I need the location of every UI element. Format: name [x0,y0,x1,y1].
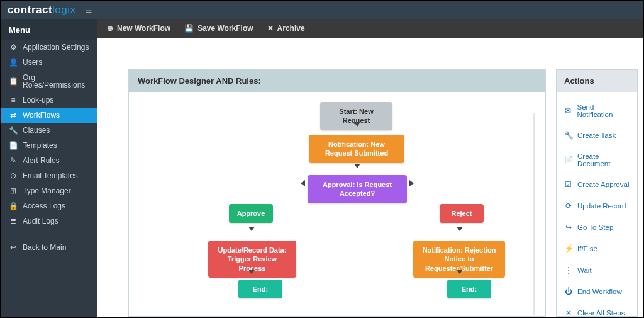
save-icon: 💾 [184,24,194,33]
action-label: If/Else [577,245,597,253]
sidebar-item-templates[interactable]: 📄 Templates [1,138,97,153]
sidebar-item-label: Back to Main [23,244,66,251]
toolbar: ⊕ New WorkFlow 💾 Save WorkFlow ✕ Archive [97,19,643,38]
sidebar-item-users[interactable]: 👤 Users [1,55,97,70]
node-reject[interactable]: Reject [440,204,484,223]
action-label: Go To Step [577,224,613,231]
grid-icon: ⊞ [9,187,18,195]
menu-header: Menu [1,19,97,40]
action-if-else[interactable]: ⚡ If/Else [557,238,637,259]
power-icon: ⏻ [564,287,572,296]
sidebar-item-label: Type Manager [23,187,71,195]
sidebar-item-label: Email Templates [23,172,78,179]
action-end-workflow[interactable]: ⏻ End Workflow [557,281,637,302]
action-wait[interactable]: ⋮ Wait [557,259,637,281]
sidebar-item-label: Org Roles/Permissions [23,74,89,89]
actions-title: Actions [557,70,637,92]
sidebar-item-access-logs[interactable]: 🔒 Access Logs [1,198,97,213]
document-icon: 📄 [9,142,18,149]
brand-logo: contractlogix [8,4,76,16]
sidebar-item-label: Templates [23,142,57,149]
workflow-icon: ⇄ [9,111,18,119]
bolt-icon: ⚡ [564,244,572,253]
roles-icon: 📋 [9,77,18,85]
sidebar-item-label: Users [23,59,42,66]
archive-button[interactable]: ✕ Archive [267,24,305,33]
gear-icon: ⚙ [9,43,18,51]
sidebar-item-label: Clauses [23,127,50,134]
sidebar-item-label: Access Logs [23,202,65,210]
action-label: Send Notification [577,103,630,118]
node-approval[interactable]: Approval: Is Request Accepted? [308,175,407,203]
action-clear-all-steps[interactable]: ✕ Clear All Steps [557,302,637,318]
arrow-left-icon [301,180,305,186]
sidebar-item-alert-rules[interactable]: ✎ Alert Rules [1,153,97,168]
sidebar-item-lookups[interactable]: ≡ Look-ups [1,93,97,108]
action-send-notification[interactable]: ✉ Send Notification [557,97,637,125]
workflow-canvas[interactable]: Start: New Request Notification: New Req… [129,92,545,316]
sidebar-back-to-main[interactable]: ↩ Back to Main [1,240,97,255]
user-icon: 👤 [9,59,18,66]
node-approve[interactable]: Approve [229,204,273,223]
arrow-down-icon [457,270,463,274]
arrow-down-icon [248,227,255,231]
arrow-down-icon [248,270,255,274]
action-label: Create Approval [577,181,629,188]
sidebar-item-label: Application Settings [23,43,89,51]
actions-panel: Actions ✉ Send Notification 🔧 Create Tas… [556,69,638,317]
designer-title: WorkFlow Designer AND Rules: [129,70,545,92]
action-label: Create Task [577,132,616,139]
action-label: Update Record [577,202,626,210]
sidebar-item-label: Audit Logs [23,217,58,225]
lock-icon: 🔒 [9,202,18,210]
check-icon: ☑ [564,180,572,189]
envelope-icon: ✉ [564,106,572,115]
at-icon: ⊙ [9,172,18,179]
arrow-down-icon [457,227,463,231]
action-go-to-step[interactable]: ↪ Go To Step [557,217,637,238]
clear-icon: ✕ [564,309,572,317]
arrow-down-icon [354,122,360,127]
node-notification-submitted[interactable]: Notification: New Request Submitted [309,135,404,163]
wait-icon: ⋮ [564,266,572,275]
action-create-task[interactable]: 🔧 Create Task [557,125,637,146]
log-icon: ≣ [9,217,18,225]
node-end-right[interactable]: End: [447,280,491,298]
sidebar-item-label: WorkFlows [23,111,60,119]
list-icon: ≡ [9,96,18,104]
sidebar-item-email-templates[interactable]: ⊙ Email Templates [1,168,97,183]
action-create-approval[interactable]: ☑ Create Approval [557,174,637,195]
arrow-down-icon [354,164,360,168]
toolbar-label: Archive [277,24,305,33]
sidebar-item-audit-logs[interactable]: ≣ Audit Logs [1,213,97,229]
main-area: WorkFlow Designer AND Rules: Start: New … [97,38,643,317]
toolbar-label: New WorkFlow [117,24,170,33]
back-icon: ↩ [9,244,18,251]
hamburger-icon[interactable] [85,6,92,15]
sidebar-item-type-manager[interactable]: ⊞ Type Manager [1,183,97,198]
sidebar-item-workflows[interactable]: ⇄ WorkFlows [1,108,97,123]
action-label: Clear All Steps [577,309,625,317]
sidebar-item-clauses[interactable]: 🔧 Clauses [1,123,97,138]
save-workflow-button[interactable]: 💾 Save WorkFlow [184,24,253,33]
action-label: Wait [577,266,592,274]
document-icon: 📄 [564,156,572,164]
plus-circle-icon: ⊕ [107,24,113,33]
sidebar: Menu ⚙ Application Settings 👤 Users 📋 Or… [1,19,97,317]
scrollbar[interactable] [533,113,535,315]
action-label: End Workflow [577,288,622,295]
action-update-record[interactable]: ⟳ Update Record [557,195,637,217]
sidebar-item-org-roles[interactable]: 📋 Org Roles/Permissions [1,70,97,93]
sidebar-item-label: Alert Rules [23,157,60,164]
topbar: contractlogix [1,1,643,19]
edit-icon: ✎ [9,157,18,164]
node-end-left[interactable]: End: [238,280,282,298]
sidebar-item-application-settings[interactable]: ⚙ Application Settings [1,40,97,55]
close-icon: ✕ [267,24,274,33]
action-create-document[interactable]: 📄 Create Document [557,146,637,174]
action-label: Create Document [577,152,630,168]
sidebar-item-label: Look-ups [23,96,53,104]
wrench-icon: 🔧 [9,127,18,134]
new-workflow-button[interactable]: ⊕ New WorkFlow [107,24,170,33]
toolbar-label: Save WorkFlow [197,24,253,33]
